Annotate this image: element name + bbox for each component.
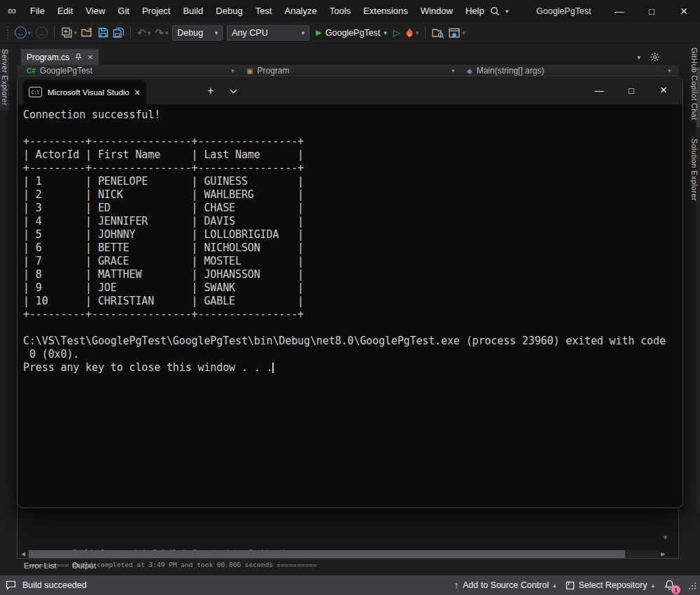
navbar-type-label: Program <box>257 66 289 76</box>
menu-help[interactable]: Help <box>459 0 491 22</box>
navbar-type-dropdown[interactable]: ▣ Program <box>246 66 289 76</box>
menu-file[interactable]: File <box>24 0 51 22</box>
open-folder-icon <box>81 27 94 38</box>
redo-button[interactable]: ↷ ▾ <box>153 24 170 41</box>
configuration-caret-icon: ▾ <box>215 29 218 36</box>
save-all-button[interactable] <box>111 24 126 41</box>
navbar-project-caret-icon[interactable]: ▾ <box>231 67 234 74</box>
pin-icon[interactable] <box>75 53 82 61</box>
search-icon <box>490 6 500 16</box>
menu-build[interactable]: Build <box>176 0 209 22</box>
chevron-down-icon <box>230 89 237 94</box>
menu-debug[interactable]: Debug <box>209 0 248 22</box>
save-button[interactable] <box>96 24 111 41</box>
toolbar-drag-grip[interactable] <box>6 27 10 39</box>
redo-icon: ↷ <box>155 27 164 39</box>
feedback-bubble-icon[interactable] <box>6 580 16 590</box>
menu-window[interactable]: Window <box>414 0 459 22</box>
solution-explorer-sync-button[interactable]: ▾ <box>447 24 468 41</box>
back-caret-icon[interactable]: ▾ <box>28 29 31 36</box>
tab-error-list[interactable]: Error List <box>24 561 57 570</box>
navbar-type-caret-icon[interactable]: ▾ <box>451 67 455 74</box>
console-tab[interactable]: C:\ Microsoft Visual Studio Debug Consol… <box>23 80 146 104</box>
tab-settings-gear-icon[interactable] <box>650 52 659 62</box>
sync-caret-icon[interactable]: ▾ <box>462 29 465 36</box>
console-tab-close-icon[interactable]: × <box>134 87 140 98</box>
command-prompt-icon: C:\ <box>29 87 42 97</box>
maximize-button[interactable]: □ <box>636 0 668 22</box>
menu-test[interactable]: Test <box>249 0 279 22</box>
search-caret-icon[interactable]: ▾ <box>505 8 509 15</box>
find-in-files-button[interactable] <box>430 24 447 41</box>
undo-button[interactable]: ↶ ▾ <box>135 24 153 41</box>
tab-program-cs[interactable]: Program.cs × <box>21 49 99 65</box>
tab-output[interactable]: Output <box>72 561 97 570</box>
tab-row-actions: ▾ <box>637 49 659 65</box>
navbar-member-caret-icon[interactable]: ▾ <box>668 67 671 74</box>
redo-caret-icon[interactable]: ▾ <box>165 29 169 36</box>
document-tab-row: Program.cs × ▾ <box>17 49 679 65</box>
menu-view[interactable]: View <box>79 0 111 22</box>
method-icon: ◆ <box>467 67 472 75</box>
console-cursor <box>272 363 274 373</box>
menu-analyze[interactable]: Analyze <box>278 0 323 22</box>
window-title: GooglePgTest <box>536 0 592 22</box>
hot-reload-button[interactable]: ▾ <box>402 24 421 41</box>
scrollbar-thumb[interactable] <box>29 550 625 558</box>
hot-reload-caret-icon[interactable]: ▾ <box>416 29 419 36</box>
console-minimize-button[interactable]: — <box>583 76 615 104</box>
solution-explorer-tab[interactable]: Solution Explorer <box>690 139 699 201</box>
menu-git[interactable]: Git <box>111 0 136 22</box>
workspace: Server Explorer GitHub Copilot Chat Solu… <box>0 43 700 575</box>
menu-edit[interactable]: Edit <box>51 0 79 22</box>
open-file-button[interactable] <box>79 24 96 41</box>
start-debugging-button[interactable]: ▶ GooglePgTest ▾ <box>312 28 391 38</box>
server-explorer-tab[interactable]: Server Explorer <box>1 49 9 106</box>
undo-icon: ↶ <box>137 27 146 39</box>
console-close-button[interactable]: × <box>648 76 680 104</box>
scrollbar-track[interactable] <box>27 550 659 558</box>
platform-caret-icon: ▾ <box>302 29 305 36</box>
startup-project-label: GooglePgTest <box>326 28 381 38</box>
console-titlebar[interactable]: C:\ Microsoft Visual Studio Debug Consol… <box>18 76 682 104</box>
start-without-debugging-button[interactable]: ▷ <box>391 24 402 41</box>
minimize-button[interactable]: — <box>603 0 636 22</box>
solution-configuration-dropdown[interactable]: Debug ▾ <box>172 25 223 41</box>
resize-grip[interactable] <box>688 582 696 589</box>
navbar-member-dropdown[interactable]: ◆ Main(string[] args) <box>467 66 544 76</box>
undo-caret-icon[interactable]: ▾ <box>148 29 151 36</box>
search-box[interactable]: ▾ <box>490 0 509 22</box>
navigate-forward-button[interactable]: → <box>34 24 50 41</box>
navigate-back-button[interactable]: ← ▾ <box>13 24 34 41</box>
scroll-left-icon[interactable]: ◀ <box>19 551 27 557</box>
navbar-project-dropdown[interactable]: C# GooglePgTest <box>27 66 92 76</box>
window-home-icon <box>449 27 461 38</box>
new-project-caret-icon[interactable]: ▾ <box>74 29 78 36</box>
console-output[interactable]: Connection successful! +---------+------… <box>18 104 682 507</box>
close-button[interactable]: × <box>668 0 700 22</box>
titlebar: ∞ File Edit View Git Project Build Debug… <box>0 0 700 22</box>
menu-project[interactable]: Project <box>136 0 176 22</box>
output-horizontal-scrollbar[interactable]: ◀ ▶ <box>19 550 667 559</box>
tab-list-caret-icon[interactable]: ▾ <box>637 54 640 61</box>
tab-dropdown-button[interactable] <box>225 82 241 100</box>
console-window-controls: — □ × <box>583 76 680 104</box>
github-copilot-chat-tab[interactable]: GitHub Copilot Chat <box>690 48 699 120</box>
play-outline-icon: ▷ <box>393 27 400 38</box>
run-caret-icon[interactable]: ▾ <box>384 29 387 36</box>
new-project-button[interactable]: ▾ <box>59 24 80 41</box>
solution-platform-dropdown[interactable]: Any CPU ▾ <box>227 25 309 41</box>
menu-extensions[interactable]: Extensions <box>357 0 414 22</box>
flame-icon <box>405 27 414 38</box>
toolbar-separator <box>54 27 55 39</box>
new-project-icon <box>61 27 73 38</box>
output-scroll-down-icon[interactable]: ▼ <box>662 534 668 541</box>
console-maximize-button[interactable]: □ <box>615 76 648 104</box>
save-all-icon <box>113 27 124 38</box>
tab-label: Program.cs <box>27 52 69 62</box>
find-in-files-icon <box>432 27 444 38</box>
scroll-right-icon[interactable]: ▶ <box>659 551 667 557</box>
menu-tools[interactable]: Tools <box>323 0 357 22</box>
tab-close-icon[interactable]: × <box>88 52 93 62</box>
new-tab-button[interactable]: + <box>201 82 220 100</box>
